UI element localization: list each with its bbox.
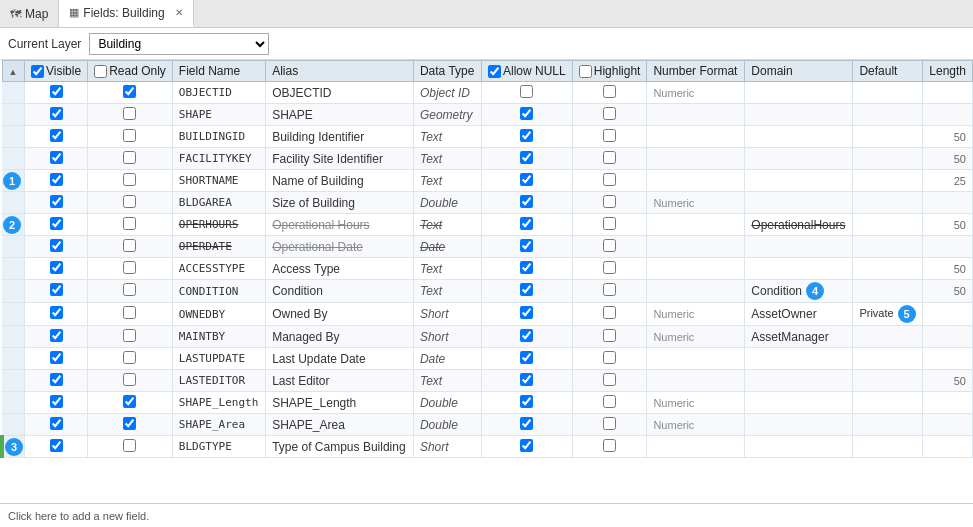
domain-cell (745, 82, 853, 104)
highlight-checkbox[interactable] (603, 439, 616, 452)
default-cell (853, 348, 923, 370)
readonly-checkbox[interactable] (123, 151, 136, 164)
visible-checkbox[interactable] (50, 395, 63, 408)
header-fieldname: Field Name (172, 61, 265, 82)
visible-checkbox[interactable] (50, 373, 63, 386)
highlight-checkbox[interactable] (603, 283, 616, 296)
visible-checkbox[interactable] (50, 261, 63, 274)
readonly-checkbox[interactable] (123, 283, 136, 296)
highlight-checkbox[interactable] (603, 217, 616, 230)
allownull-checkbox[interactable] (520, 329, 533, 342)
allownull-checkbox[interactable] (520, 239, 533, 252)
domain-cell: OperationalHours (745, 214, 853, 236)
readonly-cell (88, 82, 173, 104)
highlight-checkbox[interactable] (603, 329, 616, 342)
visible-checkbox[interactable] (50, 439, 63, 452)
alias-cell: Building Identifier (266, 126, 414, 148)
default-cell (853, 392, 923, 414)
visible-checkbox[interactable] (50, 107, 63, 120)
datatype-cell: Text (413, 370, 481, 392)
highlight-checkbox[interactable] (603, 151, 616, 164)
highlight-checkbox[interactable] (603, 107, 616, 120)
allownull-checkbox[interactable] (520, 395, 533, 408)
visible-checkbox[interactable] (50, 129, 63, 142)
add-field-bar[interactable]: Click here to add a new field. (0, 503, 973, 527)
allownull-checkbox[interactable] (520, 306, 533, 319)
readonly-cell (88, 214, 173, 236)
highlight-checkbox[interactable] (603, 351, 616, 364)
table-row: FACILITYKEYFacility Site IdentifierText5… (2, 148, 973, 170)
readonly-checkbox[interactable] (123, 351, 136, 364)
header-allownull-checkbox[interactable] (488, 65, 501, 78)
readonly-checkbox[interactable] (123, 129, 136, 142)
tab-fields-building[interactable]: ▦ Fields: Building ✕ (59, 0, 193, 27)
highlight-checkbox[interactable] (603, 173, 616, 186)
visible-checkbox[interactable] (50, 173, 63, 186)
highlight-checkbox[interactable] (603, 395, 616, 408)
header-highlight-checkbox[interactable] (579, 65, 592, 78)
allownull-checkbox[interactable] (520, 107, 533, 120)
readonly-checkbox[interactable] (123, 261, 136, 274)
highlight-checkbox[interactable] (603, 306, 616, 319)
visible-checkbox[interactable] (50, 306, 63, 319)
alias-cell: OBJECTID (266, 82, 414, 104)
highlight-checkbox[interactable] (603, 239, 616, 252)
tab-map[interactable]: 🗺 Map (0, 0, 59, 27)
allownull-checkbox[interactable] (520, 217, 533, 230)
length-cell (923, 436, 973, 458)
fieldname-cell: LASTEDITOR (172, 370, 265, 392)
readonly-checkbox[interactable] (123, 195, 136, 208)
allownull-checkbox[interactable] (520, 261, 533, 274)
allownull-checkbox[interactable] (520, 351, 533, 364)
visible-checkbox[interactable] (50, 283, 63, 296)
readonly-checkbox[interactable] (123, 395, 136, 408)
visible-checkbox[interactable] (50, 351, 63, 364)
readonly-checkbox[interactable] (123, 217, 136, 230)
highlight-checkbox[interactable] (603, 129, 616, 142)
allownull-checkbox[interactable] (520, 417, 533, 430)
header-visible-checkbox[interactable] (31, 65, 44, 78)
readonly-checkbox[interactable] (123, 306, 136, 319)
highlight-checkbox[interactable] (603, 261, 616, 274)
allownull-checkbox[interactable] (520, 439, 533, 452)
allownull-checkbox[interactable] (520, 195, 533, 208)
visible-checkbox[interactable] (50, 217, 63, 230)
row-indicator (2, 82, 25, 104)
visible-checkbox[interactable] (50, 329, 63, 342)
header-readonly-checkbox[interactable] (94, 65, 107, 78)
highlight-checkbox[interactable] (603, 85, 616, 98)
readonly-checkbox[interactable] (123, 173, 136, 186)
visible-checkbox[interactable] (50, 417, 63, 430)
visible-checkbox[interactable] (50, 239, 63, 252)
highlight-checkbox[interactable] (603, 417, 616, 430)
highlight-checkbox[interactable] (603, 373, 616, 386)
allownull-checkbox[interactable] (520, 129, 533, 142)
readonly-checkbox[interactable] (123, 439, 136, 452)
allownull-checkbox[interactable] (520, 283, 533, 296)
tab-close-button[interactable]: ✕ (175, 7, 183, 18)
allownull-cell (482, 392, 573, 414)
visible-checkbox[interactable] (50, 195, 63, 208)
visible-checkbox[interactable] (50, 85, 63, 98)
current-layer-select[interactable]: Building (89, 33, 269, 55)
allownull-checkbox[interactable] (520, 373, 533, 386)
visible-cell (25, 303, 88, 326)
allownull-checkbox[interactable] (520, 85, 533, 98)
readonly-checkbox[interactable] (123, 373, 136, 386)
readonly-checkbox[interactable] (123, 107, 136, 120)
visible-cell (25, 392, 88, 414)
row-indicator (2, 280, 25, 303)
tab-bar: 🗺 Map ▦ Fields: Building ✕ (0, 0, 973, 28)
readonly-checkbox[interactable] (123, 417, 136, 430)
visible-checkbox[interactable] (50, 151, 63, 164)
allownull-cell (482, 104, 573, 126)
allownull-checkbox[interactable] (520, 151, 533, 164)
allownull-checkbox[interactable] (520, 173, 533, 186)
readonly-checkbox[interactable] (123, 239, 136, 252)
default-cell (853, 436, 923, 458)
numberformat-cell: Numeric (647, 414, 745, 436)
readonly-checkbox[interactable] (123, 329, 136, 342)
highlight-checkbox[interactable] (603, 195, 616, 208)
readonly-checkbox[interactable] (123, 85, 136, 98)
highlight-cell (572, 280, 647, 303)
